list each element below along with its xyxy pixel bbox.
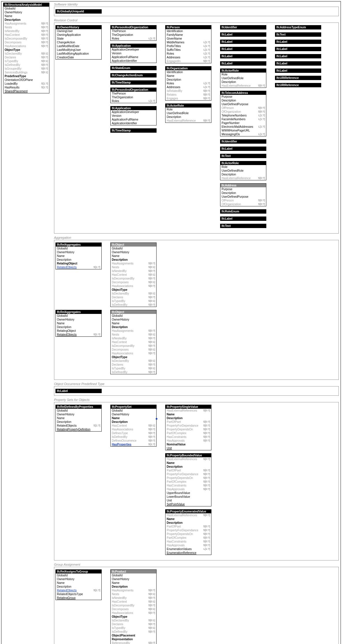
attr-name: Description xyxy=(57,258,71,262)
attr-name: Description xyxy=(57,585,71,589)
attr-row: OfPersonS[0:?] xyxy=(220,199,266,202)
attr-name[interactable]: HasProperties xyxy=(112,443,131,446)
attr-name: ThePerson xyxy=(112,92,126,95)
attr-row: OwnerHistory xyxy=(56,250,101,254)
entity-title: IfcIdentifier xyxy=(220,25,266,29)
attr-cardinality: S[0:1] xyxy=(41,52,48,55)
attr-name[interactable]: RelatedObjects xyxy=(57,589,77,592)
attr-name: OfOrganization xyxy=(222,202,241,206)
attr-name: HasContext xyxy=(112,340,127,344)
attr-row: GlobalId xyxy=(111,573,156,577)
attr-name: Addresses xyxy=(167,55,180,59)
attr-name: Version xyxy=(112,114,121,118)
attr-row: IsDefinedByS[0:?] xyxy=(111,630,156,634)
attr-name: IsGroupedBy xyxy=(5,67,21,71)
attr-name: LastModifiedDate xyxy=(57,44,79,48)
attr-row: Identification xyxy=(166,29,211,33)
attr-cardinality: S[0:?] xyxy=(203,476,210,480)
attr-row: IsDefinedByS[0:?] xyxy=(111,435,156,439)
attr-cardinality: S[0:?] xyxy=(203,119,210,123)
attr-row: OfPersonS[0:?] xyxy=(220,106,266,110)
attr-row: OwnerHistory xyxy=(3,10,49,14)
attr-name: Name xyxy=(57,416,65,420)
attr-cardinality: S[0:1] xyxy=(148,280,155,284)
attr-cardinality: S[0:?] xyxy=(41,40,48,44)
attr-cardinality: L[1:?] xyxy=(203,48,210,52)
entity-title: IfcTimeStamp xyxy=(111,129,156,132)
attr-row: PrefixTitlesL[1:?] xyxy=(166,44,211,48)
attr-row: OwnerHistory xyxy=(56,577,101,581)
attr-row: IsTypedByS[0:1] xyxy=(111,367,156,370)
entity-ifclabel: IfcLabel xyxy=(55,389,102,393)
attr-name: HasAssociations xyxy=(112,284,133,288)
attr-row: PropertyForDependanceS[0:?] xyxy=(166,424,211,428)
attr-cardinality: S[0:?] xyxy=(203,525,210,528)
attr-row: Unit xyxy=(166,446,211,450)
attr-list: RoleUserDefinedRoleDescriptionHasExterna… xyxy=(166,108,211,123)
attr-row: RelatesS[0:?] xyxy=(166,93,211,97)
attr-name: State xyxy=(57,37,64,40)
attr-name: Decomposes xyxy=(112,607,129,611)
attr-cardinality: S[0:1] xyxy=(148,600,155,604)
attr-name: Declares xyxy=(112,363,123,367)
entity-title: IfcObject xyxy=(111,243,156,247)
entity-title: IfcLabel xyxy=(275,62,321,65)
attr-list: HasExternalReferencesS[0:?]NameDescripti… xyxy=(166,513,211,555)
attr-row: Description xyxy=(166,521,211,525)
attr-name: Roles xyxy=(112,99,119,103)
attr-name: Version xyxy=(112,51,121,55)
attr-cardinality: S[0:?] xyxy=(148,329,155,333)
attr-cardinality: S[0:?] xyxy=(41,63,48,67)
attr-cardinality: S[1:?] xyxy=(41,82,48,86)
attr-row: Name xyxy=(111,416,156,420)
entity-title: IfcRoleEnum xyxy=(220,210,266,213)
attr-cardinality: S[0:?] xyxy=(148,589,155,592)
attr-row: IsTypedByS[0:1] xyxy=(3,59,49,63)
attr-name[interactable]: RelatedObjects xyxy=(57,265,77,269)
attr-name: Purpose xyxy=(222,95,232,99)
attr-cardinality: S[0:1] xyxy=(41,59,48,63)
attr-row: FacsimileNumbersL[1:?] xyxy=(220,117,266,121)
attr-name: Description xyxy=(5,18,21,22)
attr-name: GlobalId xyxy=(112,314,122,318)
attr-name: Description xyxy=(112,258,128,262)
attr-name: IsTypedBy xyxy=(112,626,125,630)
attr-cardinality: L[1:?] xyxy=(203,44,210,48)
attr-row: GlobalId xyxy=(111,314,156,318)
attr-name: RelatingGroup xyxy=(57,596,75,600)
attr-row: Role xyxy=(220,73,266,76)
attr-row: RelatingGroup xyxy=(56,596,101,600)
attr-row: DecomposesS[0:?] xyxy=(3,40,49,44)
attr-row: FamilyName xyxy=(166,33,211,37)
attr-list: HasExternalReferencesS[0:?]NameDescripti… xyxy=(166,409,211,450)
attr-row: RelatedObjectsS[1:?] xyxy=(56,424,101,428)
attr-name: GlobalId xyxy=(5,7,15,10)
attr-cardinality: S[0:?] xyxy=(258,106,265,110)
attr-row: Identification xyxy=(166,70,211,74)
attr-row: Name xyxy=(111,321,156,325)
attr-cardinality: S[1:?] xyxy=(93,333,100,336)
attr-row: HasAssignmentsS[0:?] xyxy=(111,329,156,333)
attr-row: HasExternalReferenceS[0:?] xyxy=(220,176,266,180)
attr-cardinality: S[0:?] xyxy=(258,199,265,202)
attr-name: PredefinedType xyxy=(5,74,26,78)
attr-row: IsDefinedByS[0:?] xyxy=(111,370,156,374)
entity-title: IfcRelAggregates xyxy=(56,243,101,247)
attr-row: HasContextS[0:1] xyxy=(111,600,156,604)
attr-row: ReferencedByS[0:?] xyxy=(111,641,156,644)
attr-name: Role xyxy=(167,108,173,111)
attr-row: UserDefinedRole xyxy=(166,111,211,115)
attr-cardinality: S[0:1] xyxy=(148,265,155,269)
attr-cardinality: L[1:?] xyxy=(203,55,210,59)
entity: IfcURIReference xyxy=(275,83,321,87)
entity: IfcText xyxy=(220,224,266,228)
attr-cardinality: S[0:1] xyxy=(148,292,155,295)
attr-row: Name xyxy=(56,254,101,258)
attr-row: NestsS[0:1] xyxy=(111,592,156,596)
attr-cardinality: S[0:?] xyxy=(203,59,210,63)
attr-name: UserDefinedPurpose xyxy=(222,102,248,106)
attr-row: EngagedInS[0:?] xyxy=(166,59,211,63)
attr-row: HasContextS[0:1] xyxy=(111,424,156,428)
entity: IfcLabel xyxy=(275,54,321,58)
entity-relassigns: IfcRelAssignsToGroup GlobalIdOwnerHistor… xyxy=(55,569,102,600)
